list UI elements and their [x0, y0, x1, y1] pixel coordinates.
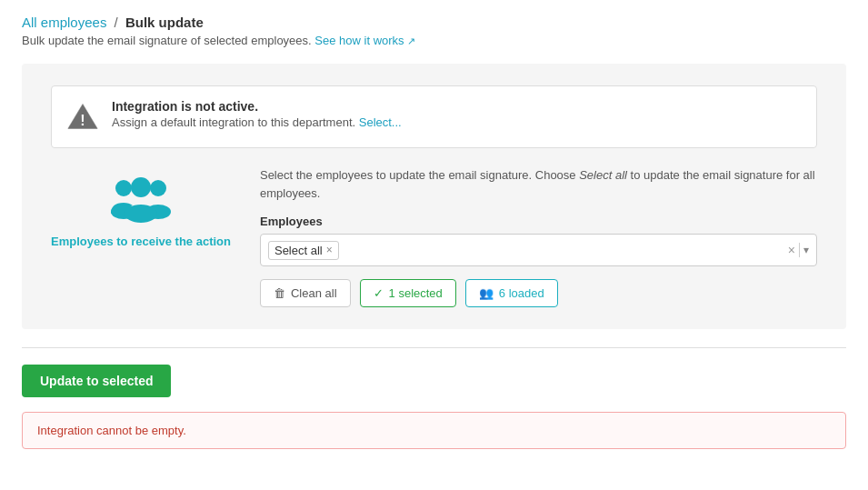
alert-select-link[interactable]: Select... [359, 115, 402, 129]
page-subtitle: Bulk update the email signature of selec… [22, 34, 846, 47]
form-desc-italic: Select all [579, 168, 627, 182]
field-label: Employees [260, 215, 817, 228]
main-card: ! Integration is not active. Assign a de… [22, 64, 846, 329]
warning-icon: ! [66, 99, 99, 135]
update-button[interactable]: Update to selected [22, 365, 171, 397]
form-desc-text: Select the employees to update the email… [260, 168, 579, 182]
select-clear-icon[interactable]: × [788, 243, 795, 257]
loaded-button[interactable]: 👥 6 loaded [465, 279, 558, 307]
tag-close-icon[interactable]: × [326, 244, 333, 256]
integration-alert: ! Integration is not active. Assign a de… [51, 85, 817, 148]
svg-point-1 [115, 180, 132, 196]
breadcrumb-separator: / [115, 15, 118, 30]
employees-icon [109, 174, 173, 226]
subtitle-text: Bulk update the email signature of selec… [22, 34, 312, 47]
action-buttons: 🗑 Clean all ✓ 1 selected 👥 6 loaded [260, 279, 817, 307]
clean-all-button[interactable]: 🗑 Clean all [260, 279, 351, 307]
select-tag-all[interactable]: Select all × [268, 241, 339, 260]
breadcrumb-current: Bulk update [125, 15, 204, 30]
form-area: Select the employees to update the email… [260, 166, 817, 307]
alert-desc-text: Assign a default integration to this dep… [112, 115, 355, 129]
svg-text:!: ! [80, 112, 85, 128]
clean-all-label: Clean all [291, 286, 337, 300]
see-how-it-works-link[interactable]: See how it works [314, 34, 414, 47]
loaded-label: 6 loaded [499, 286, 544, 300]
content-area: Employees to receive the action Select t… [51, 166, 817, 307]
svg-point-5 [131, 177, 151, 197]
error-message: Integration cannot be empty. [22, 412, 846, 449]
tag-label: Select all [274, 244, 323, 257]
page-container: All employees / Bulk update Bulk update … [0, 0, 868, 464]
selected-button[interactable]: ✓ 1 selected [360, 279, 456, 307]
dropdown-arrow-icon[interactable]: ▾ [803, 244, 809, 256]
sidebar-icon-area: Employees to receive the action [51, 166, 231, 250]
employees-select[interactable]: Select all × × ▾ [260, 234, 817, 266]
breadcrumb: All employees / Bulk update [22, 15, 846, 30]
form-description: Select the employees to update the email… [260, 166, 817, 202]
sidebar-label: Employees to receive the action [51, 234, 231, 250]
selected-label: 1 selected [389, 286, 443, 300]
svg-point-6 [125, 205, 157, 223]
check-icon: ✓ [374, 286, 384, 300]
select-divider [799, 243, 800, 257]
alert-description: Assign a default integration to this dep… [112, 115, 802, 129]
clean-icon: 🗑 [274, 286, 285, 300]
alert-content: Integration is not active. Assign a defa… [112, 99, 802, 129]
group-icon: 👥 [479, 286, 494, 300]
select-controls: × ▾ [788, 243, 809, 257]
section-divider [22, 347, 846, 348]
alert-title: Integration is not active. [112, 99, 802, 114]
svg-point-3 [150, 180, 166, 196]
breadcrumb-link[interactable]: All employees [22, 15, 106, 30]
